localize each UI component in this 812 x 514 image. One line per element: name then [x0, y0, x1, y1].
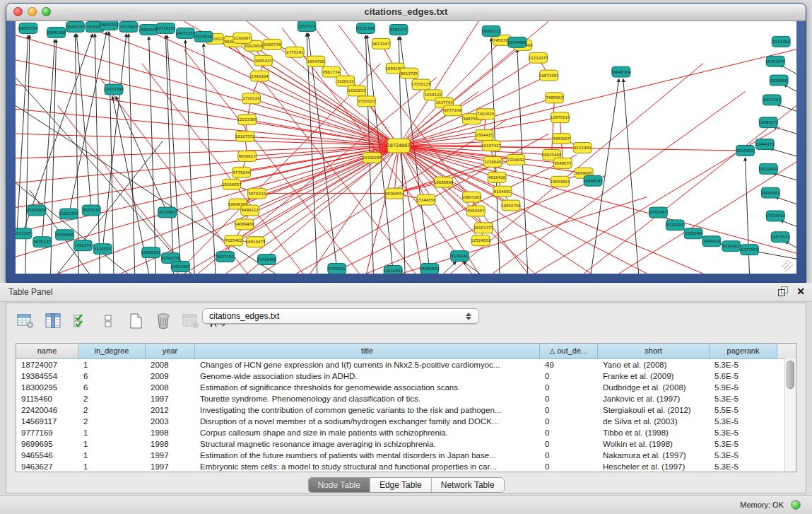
cell-in_degree[interactable]: 2 [78, 416, 146, 427]
graph-node[interactable]: 2342004 [251, 71, 269, 81]
graph-node[interactable]: 1055723 [298, 21, 316, 31]
cell-year[interactable]: 2008 [146, 359, 195, 370]
graph-node[interactable]: 19384554 [384, 188, 404, 199]
graph-node[interactable]: 19692952 [420, 264, 440, 274]
graph-node[interactable]: 1605433 [254, 55, 273, 66]
column-header-name[interactable]: name [16, 344, 78, 358]
graph-edge[interactable] [775, 197, 796, 204]
graph-node[interactable]: 9505138 [82, 205, 100, 216]
cell-name[interactable]: 18300295 [16, 382, 78, 393]
cell-out_degree[interactable]: 0 [540, 450, 598, 461]
cell-short[interactable]: de Silva et al. (2003) [598, 416, 710, 427]
graph-node[interactable]: 14099489 [235, 219, 254, 230]
table-row[interactable]: 977716911998Corpus callosum shape and si… [16, 427, 796, 438]
graph-node[interactable]: 10688909 [434, 177, 454, 187]
cell-pagerank[interactable]: 5.3E-5 [710, 427, 777, 438]
graph-edge[interactable] [746, 158, 750, 274]
graph-node[interactable]: 2526066 [56, 230, 74, 240]
graph-node[interactable]: 15710485 [257, 255, 277, 265]
graph-node[interactable]: 12524851 [471, 235, 490, 246]
graph-node[interactable]: 9549575 [553, 158, 572, 168]
table-selector-dropdown[interactable]: citations_edges.txt [202, 308, 479, 324]
cell-in_degree[interactable]: 1 [78, 359, 146, 370]
graph-node[interactable]: 12093572 [758, 117, 778, 128]
graph-edge[interactable] [69, 32, 107, 214]
cell-pagerank[interactable]: 5.9E-5 [710, 382, 777, 393]
network-canvas[interactable]: 1872400718300295766382298601288912954160… [16, 21, 796, 274]
graph-edge[interactable] [623, 79, 639, 274]
float-panel-button[interactable] [778, 286, 788, 296]
cell-title[interactable]: Estimation of the future numbers of pati… [195, 450, 540, 461]
graph-node[interactable]: 15751074 [765, 56, 785, 66]
graph-node[interactable]: 12213389 [237, 115, 257, 125]
graph-edge[interactable] [399, 146, 560, 182]
graph-node[interactable]: 9245012 [722, 241, 741, 252]
graph-node[interactable]: 14955756 [501, 200, 521, 211]
table-row[interactable]: 1872400712008Changes of HCN gene express… [16, 359, 796, 370]
table-row[interactable]: 1456911722003Disruption of a novel membe… [16, 416, 796, 427]
window-titlebar[interactable]: citations_edges.txt [6, 4, 806, 21]
column-header-out-degree[interactable]: △out_de... [540, 344, 598, 358]
cell-in_degree[interactable]: 2 [78, 404, 146, 416]
graph-node[interactable]: 16210643 [758, 163, 778, 174]
table-row[interactable]: 946362711997Embryonic stem cells: a mode… [16, 461, 796, 472]
graph-edge[interactable] [773, 127, 796, 134]
cell-pagerank[interactable]: 5.3E-5 [710, 393, 777, 404]
cell-pagerank[interactable]: 5.3E-5 [710, 461, 777, 472]
column-header-year[interactable]: year [146, 344, 195, 358]
graph-node[interactable]: 10210643 [383, 266, 403, 274]
graph-node[interactable]: 9592375 [389, 24, 408, 35]
graph-node[interactable]: 20691406 [47, 27, 66, 37]
graph-node[interactable]: 9154691 [493, 186, 512, 197]
graph-node[interactable]: 1005736 [263, 39, 281, 49]
cell-title[interactable]: Structural magnetic resonance image aver… [195, 438, 540, 450]
row-selection-button[interactable] [99, 312, 117, 330]
graph-node[interactable]: 15923755 [59, 209, 79, 219]
graph-node[interactable]: 8118550 [93, 244, 112, 255]
cell-name[interactable]: 9699695 [16, 438, 78, 450]
cell-title[interactable]: Investigating the contribution of common… [195, 404, 540, 416]
graph-node[interactable]: 9505135 [66, 21, 84, 32]
graph-edge[interactable] [75, 34, 78, 274]
graph-node[interactable]: 9498222 [241, 205, 259, 216]
graph-node[interactable]: 16409547 [583, 175, 603, 186]
graph-node[interactable]: 12212075 [529, 52, 548, 63]
graph-node[interactable]: 17016504 [765, 211, 785, 221]
graph-node[interactable]: 19692951 [760, 187, 780, 198]
graph-node[interactable]: 9779244 [233, 167, 251, 177]
graph-node[interactable]: 7485063 [546, 93, 564, 103]
graph-edge[interactable] [259, 76, 399, 146]
column-header-short[interactable]: short [598, 344, 710, 358]
graph-node[interactable]: 9613725 [400, 68, 418, 78]
graph-edge[interactable] [773, 173, 796, 180]
cell-name[interactable]: 19384554 [16, 370, 78, 382]
table-row[interactable]: 1830029562008Estimation of significance … [16, 382, 796, 393]
cell-short[interactable]: Jankovic et al. (1997) [598, 393, 710, 404]
graph-node[interactable]: 12923465 [170, 262, 190, 272]
graph-node[interactable]: 16914479 [246, 237, 266, 247]
zoom-window-button[interactable] [42, 7, 51, 16]
cell-year[interactable]: 2009 [146, 370, 195, 382]
graph-node[interactable]: 1527602 [119, 21, 138, 32]
graph-node[interactable]: 10655257 [99, 21, 119, 30]
table-row[interactable]: 946554611997Estimation of the future num… [16, 450, 796, 461]
graph-node[interactable]: 9611047 [372, 38, 390, 49]
graph-node[interactable]: 2718126 [242, 93, 261, 104]
graph-node[interactable]: 1677553 [741, 245, 759, 255]
table-row[interactable]: 911546021997Tourette syndrome. Phenomeno… [16, 393, 796, 404]
graph-node[interactable]: 9136141 [451, 251, 469, 262]
graph-node[interactable]: 1592375 [73, 240, 92, 251]
cell-short[interactable]: Nakamura et al. (1997) [598, 450, 710, 461]
cell-title[interactable]: Tourette syndrome. Phenomenology and cla… [195, 393, 540, 404]
cell-in_degree[interactable]: 1 [78, 450, 146, 461]
graph-edge[interactable] [786, 264, 793, 271]
cell-in_degree[interactable]: 1 [78, 438, 146, 450]
cell-out_degree[interactable]: 0 [540, 370, 598, 382]
select-all-columns-button[interactable] [71, 312, 90, 330]
cell-title[interactable]: Corpus callosum shape and size in male p… [195, 427, 540, 438]
graph-node[interactable]: 16648784 [611, 66, 631, 77]
cell-pagerank[interactable]: 5.3E-5 [710, 359, 777, 370]
cell-name[interactable]: 18724007 [16, 359, 78, 370]
graph-node[interactable]: 4616420 [488, 172, 506, 182]
graph-node[interactable]: 9227341 [763, 95, 781, 105]
